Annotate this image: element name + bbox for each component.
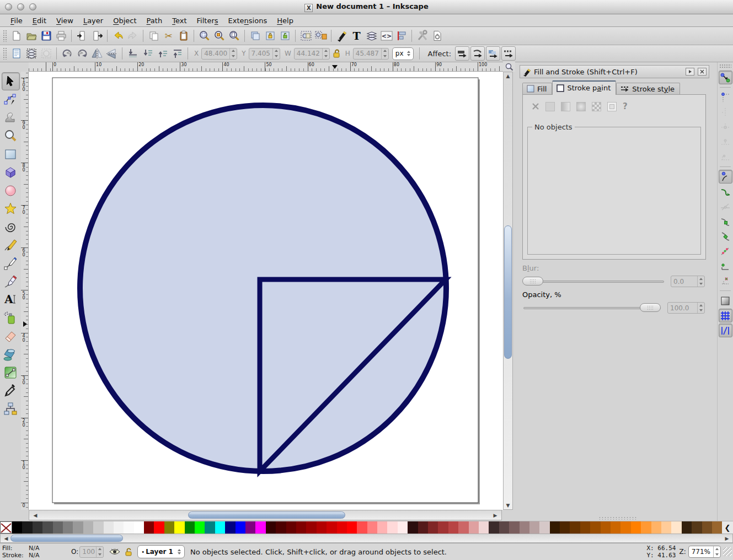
scroll-down-arrow[interactable]: ▼ [504, 503, 512, 508]
horizontal-ruler[interactable]: 0102030405060708090100 [29, 62, 503, 72]
panel-close-button[interactable] [698, 68, 707, 76]
h-field[interactable]: 45.487 [353, 48, 389, 60]
import-icon[interactable] [74, 29, 89, 44]
tool-zoom[interactable] [2, 127, 20, 145]
blur-value-field[interactable]: 0.0 [671, 276, 705, 287]
snap-bbox-centers-icon[interactable] [719, 150, 732, 164]
palette-swatch[interactable] [438, 521, 448, 534]
snap-rotation-center-icon[interactable] [719, 274, 732, 288]
align-dialog-icon[interactable] [394, 29, 409, 44]
flip-vertical-icon[interactable] [104, 46, 119, 61]
snap-page-border-icon[interactable] [719, 294, 732, 308]
palette-swatch[interactable] [377, 521, 387, 534]
redo-icon[interactable] [125, 29, 140, 44]
palette-swatch[interactable] [387, 521, 397, 534]
palette-swatch[interactable] [631, 521, 641, 534]
menu-layer[interactable]: Layer [78, 15, 108, 26]
new-document-icon[interactable] [9, 29, 24, 44]
select-all-layers-icon[interactable] [24, 46, 39, 61]
palette-swatch[interactable] [104, 521, 114, 534]
no-paint-button[interactable] [532, 103, 539, 110]
palette-swatch[interactable] [255, 521, 265, 534]
layer-lock-icon[interactable] [125, 547, 133, 557]
y-field[interactable]: 7.405 [249, 48, 280, 60]
palette-swatch[interactable] [114, 521, 124, 534]
linear-gradient-button[interactable] [561, 102, 570, 111]
palette-swatch[interactable] [611, 521, 620, 534]
opacity-slider-handle[interactable] [640, 303, 661, 312]
move-clones-toggle[interactable] [486, 46, 500, 61]
scroll-up-arrow[interactable]: ▲ [504, 73, 512, 79]
tool-pencil[interactable] [2, 236, 20, 254]
tool-text[interactable]: A [2, 290, 20, 309]
duplicate-icon[interactable] [248, 29, 263, 44]
vertical-ruler[interactable]: 1009080706050403020100 [21, 72, 29, 510]
tool-eraser[interactable] [2, 327, 20, 345]
palette-swatch[interactable] [509, 521, 519, 534]
palette-swatch[interactable] [550, 521, 560, 534]
fill-stroke-indicator[interactable]: Fill:N/A Stroke:N/A [0, 543, 63, 560]
save-document-icon[interactable] [39, 29, 53, 44]
tool-ellipse[interactable] [2, 181, 20, 200]
units-dropdown[interactable]: px [392, 47, 414, 60]
snap-path-intersections-icon[interactable] [719, 200, 732, 213]
menu-help[interactable]: Help [272, 15, 298, 26]
palette-swatch[interactable] [286, 521, 296, 534]
w-field[interactable]: 44.142 [294, 48, 330, 60]
tool-rectangle[interactable] [2, 145, 20, 163]
raise-to-top-icon[interactable] [170, 46, 185, 61]
tool-tweak[interactable] [2, 109, 20, 127]
dock-resize-grip[interactable] [598, 516, 637, 520]
tool-star[interactable] [2, 200, 20, 218]
palette-swatch[interactable] [479, 521, 489, 534]
palette-swatch[interactable] [398, 521, 408, 534]
palette-scroll-left-arrow[interactable]: ◀ [2, 536, 10, 541]
palette-swatch[interactable] [63, 521, 73, 534]
scroll-right-arrow[interactable]: ▶ [491, 513, 500, 518]
palette-swatch[interactable] [418, 521, 428, 534]
snap-grid-icon[interactable] [719, 309, 732, 322]
document-properties-icon[interactable] [430, 29, 445, 44]
palette-scrollbar-thumb[interactable] [10, 535, 123, 542]
snap-midpoints-icon[interactable] [719, 244, 732, 258]
snap-object-centers-icon[interactable] [719, 259, 732, 273]
palette-overflow-arrow[interactable]: ❮ [722, 521, 733, 534]
palette-swatch[interactable] [408, 521, 418, 534]
ungroup-icon[interactable] [313, 29, 328, 44]
deselect-icon[interactable] [39, 46, 53, 61]
menu-filters[interactable]: Filters [191, 15, 223, 26]
palette-swatch[interactable] [590, 521, 600, 534]
snap-nodes-icon[interactable] [719, 170, 732, 184]
flip-horizontal-icon[interactable] [89, 46, 104, 61]
x-field[interactable]: 48.400 [201, 48, 237, 60]
palette-swatch[interactable] [692, 521, 702, 534]
palette-swatch[interactable] [601, 521, 611, 534]
menu-edit[interactable]: Edit [28, 15, 51, 26]
opacity-value-field[interactable]: 100.0 [667, 302, 705, 314]
zoom-level-field[interactable]: 771% [688, 546, 721, 558]
tool-node-editor[interactable] [2, 90, 20, 109]
palette-swatch[interactable] [347, 521, 357, 534]
tool-selector[interactable] [2, 72, 20, 90]
preferences-icon[interactable] [415, 29, 430, 44]
palette-swatch[interactable] [53, 521, 63, 534]
palette-swatch[interactable] [520, 521, 529, 534]
snap-bbox-corners-icon[interactable] [719, 120, 732, 134]
palette-swatch[interactable] [712, 521, 722, 534]
palette-swatch[interactable] [225, 521, 235, 534]
layers-dialog-icon[interactable] [364, 29, 379, 44]
palette-swatch[interactable] [245, 521, 255, 534]
radial-gradient-button[interactable] [576, 102, 586, 111]
tool-spray[interactable] [2, 309, 20, 327]
palette-swatch[interactable] [539, 521, 549, 534]
rotate-cw-icon[interactable] [74, 46, 89, 61]
menu-object[interactable]: Object [108, 15, 141, 26]
swatch-button[interactable] [607, 102, 617, 111]
palette-swatch[interactable] [124, 521, 133, 534]
blur-slider-handle[interactable] [522, 277, 543, 286]
palette-swatch[interactable] [236, 521, 245, 534]
palette-swatch[interactable] [682, 521, 692, 534]
snap-guides-icon[interactable] [719, 324, 732, 337]
snap-bbox-edge-midpoints-icon[interactable] [719, 135, 732, 149]
palette-swatch[interactable] [448, 521, 458, 534]
